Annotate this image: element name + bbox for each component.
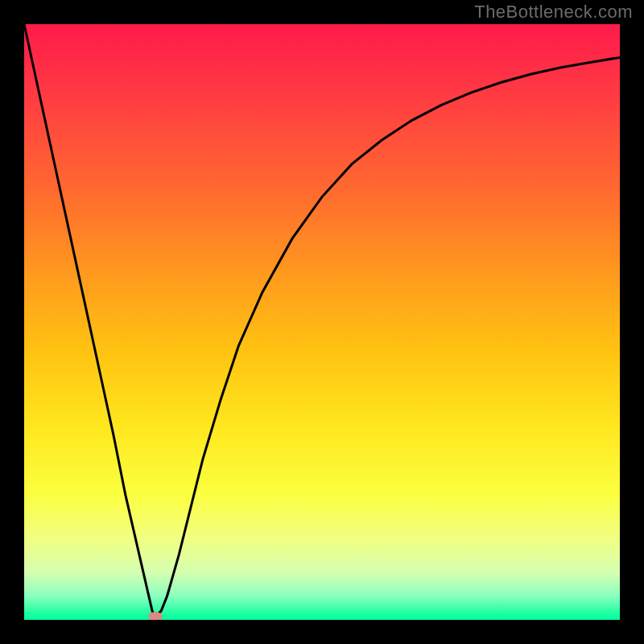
minimum-marker xyxy=(148,612,163,620)
watermark-text: TheBottleneck.com xyxy=(474,2,633,23)
chart-plot-area xyxy=(24,24,620,620)
chart-stage: TheBottleneck.com xyxy=(0,0,644,644)
bottleneck-curve xyxy=(24,24,620,620)
curve-path xyxy=(24,24,620,617)
